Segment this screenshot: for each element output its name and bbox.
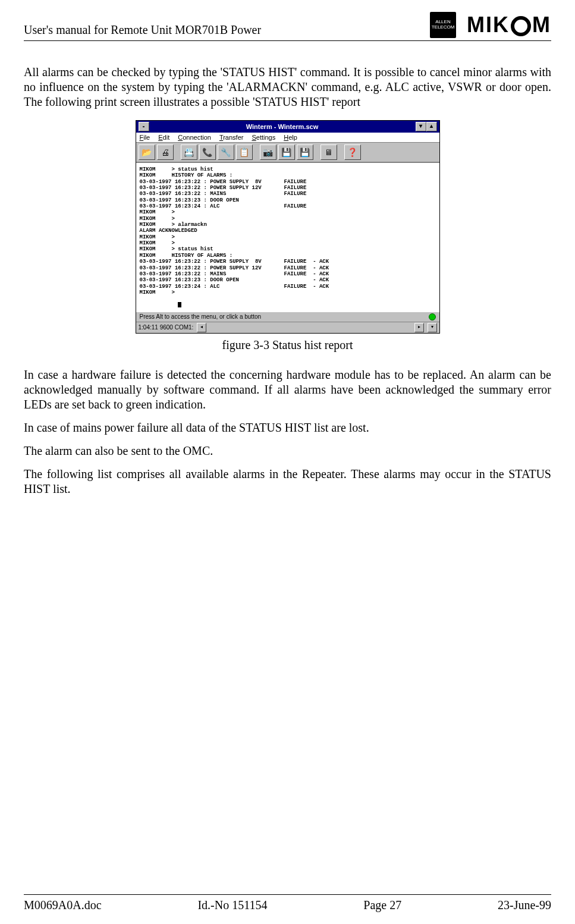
- paragraph-5: The following list comprises all availab…: [24, 467, 551, 496]
- maximize-icon[interactable]: ▴: [426, 122, 437, 131]
- terminal-output[interactable]: MIKOM > status hist MIKOM HISTORY OF ALA…: [136, 162, 439, 312]
- clipboard-icon[interactable]: 📋: [236, 144, 253, 160]
- term-line: 03-03-1997 16:23:22 : POWER SUPPLY 8V FA…: [140, 259, 329, 265]
- term-line: MIKOM >: [140, 290, 175, 296]
- status-led-icon: [429, 313, 436, 320]
- footer-id-no: Id.-No 151154: [197, 898, 267, 912]
- paragraph-1: All alarms can be checked by typing the …: [24, 65, 551, 109]
- menu-edit[interactable]: Edit: [158, 134, 169, 141]
- logo-allen-line2: TELECOM: [430, 25, 456, 30]
- connection-status: 1:04:11 9600 COM1:: [139, 324, 194, 331]
- term-line: MIKOM > status hist: [140, 166, 213, 172]
- monitor-icon[interactable]: 🖥: [321, 144, 337, 160]
- tools-icon[interactable]: 🔧: [218, 144, 234, 160]
- paragraph-4: The alarm can also be sent to the OMC.: [24, 444, 551, 458]
- term-line: 03-03-1997 16:23:23 : DOOR OPEN - ACK: [140, 277, 329, 283]
- cursor-icon: [178, 302, 181, 307]
- term-line: 03-03-1997 16:23:23 : DOOR OPEN: [140, 197, 239, 203]
- term-line: 03-03-1997 16:23:24 : ALC FAILURE: [140, 203, 307, 209]
- term-line: ALARM ACKNOWLEDGED: [140, 228, 197, 234]
- mikom-text-left: MIK: [467, 12, 510, 37]
- window-titlebar[interactable]: - Winterm - Winterm.scw ▾ ▴: [136, 121, 439, 133]
- mikom-logo: MIK M: [467, 12, 551, 37]
- term-line: MIKOM > status hist: [140, 246, 213, 252]
- menu-help[interactable]: Help: [284, 134, 297, 141]
- term-line: 03-03-1997 16:23:22 : POWER SUPPLY 12V F…: [140, 185, 307, 191]
- save2-icon[interactable]: 💾: [297, 144, 313, 160]
- open-icon[interactable]: 📂: [139, 144, 155, 160]
- page-header: User's manual for Remote Unit MOR701B Po…: [24, 12, 551, 41]
- scroll-right-icon[interactable]: ▸: [414, 323, 424, 332]
- minimize-icon[interactable]: ▾: [416, 122, 426, 131]
- scroll-left-icon[interactable]: ◂: [197, 323, 206, 332]
- term-line: MIKOM > alarmackn: [140, 222, 207, 228]
- term-line: MIKOM HISTORY OF ALARMS :: [140, 253, 233, 259]
- menu-settings[interactable]: Settings: [252, 134, 275, 141]
- figure-caption: figure 3-3 Status hist report: [24, 338, 551, 352]
- save-icon[interactable]: 💾: [278, 144, 295, 160]
- scroll-down-icon[interactable]: ▾: [428, 323, 437, 332]
- term-line: MIKOM >: [140, 209, 175, 215]
- print-icon[interactable]: 🖨: [157, 144, 174, 160]
- term-line: 03-03-1997 16:23:22 : POWER SUPPLY 12V F…: [140, 265, 329, 271]
- term-line: MIKOM >: [140, 234, 175, 240]
- status-hint: Press Alt to access the menu, or click a…: [140, 313, 262, 320]
- bottom-status-bar: 1:04:11 9600 COM1: ◂ ▸ ▾: [136, 322, 439, 333]
- paragraph-2: In case a hardware failure is detected t…: [24, 367, 551, 412]
- card-icon[interactable]: 📇: [181, 144, 197, 160]
- term-line: 03-03-1997 16:23:22 : POWER SUPPLY 8V FA…: [140, 179, 307, 185]
- footer-date: 23-June-99: [498, 898, 551, 912]
- footer-page-number: Page 27: [363, 898, 401, 912]
- header-title: User's manual for Remote Unit MOR701B Po…: [24, 23, 261, 38]
- term-line: 03-03-1997 16:23:22 : MAINS FAILURE - AC…: [140, 271, 329, 277]
- menu-file[interactable]: File: [140, 134, 150, 141]
- term-line: 03-03-1997 16:23:24 : ALC FAILURE - ACK: [140, 284, 329, 290]
- page-body: All alarms can be checked by typing the …: [24, 41, 551, 894]
- menu-connection[interactable]: Connection: [178, 134, 211, 141]
- header-logos: ALLEN TELECOM MIK M: [430, 12, 551, 38]
- allen-telecom-logo: ALLEN TELECOM: [430, 12, 456, 38]
- footer-filename: M0069A0A.doc: [24, 898, 102, 912]
- system-menu-icon[interactable]: -: [139, 122, 149, 131]
- term-line: MIKOM >: [140, 240, 175, 246]
- term-line: 03-03-1997 16:23:22 : MAINS FAILURE: [140, 191, 307, 197]
- window-title: Winterm - Winterm.scw: [149, 123, 416, 130]
- phone-icon[interactable]: 📞: [199, 144, 216, 160]
- toolbar: 📂 🖨 📇 📞 🔧 📋 📷 💾 💾 🖥 ❓: [136, 143, 439, 162]
- mikom-text-right: M: [532, 12, 551, 37]
- camera-icon[interactable]: 📷: [260, 144, 276, 160]
- page-footer: M0069A0A.doc Id.-No 151154 Page 27 23-Ju…: [24, 894, 551, 912]
- status-bar: Press Alt to access the menu, or click a…: [136, 312, 439, 322]
- paragraph-3: In case of mains power failure all data …: [24, 420, 551, 435]
- figure-3-3: - Winterm - Winterm.scw ▾ ▴ File Edit Co…: [24, 120, 551, 352]
- help-icon[interactable]: ❓: [344, 144, 361, 160]
- winterm-window: - Winterm - Winterm.scw ▾ ▴ File Edit Co…: [136, 120, 440, 334]
- term-line: MIKOM >: [140, 216, 175, 222]
- mikom-ring-icon: [511, 16, 531, 36]
- menu-transfer[interactable]: Transfer: [219, 134, 244, 141]
- term-line: MIKOM HISTORY OF ALARMS :: [140, 172, 233, 178]
- menu-bar[interactable]: File Edit Connection Transfer Settings H…: [136, 133, 439, 143]
